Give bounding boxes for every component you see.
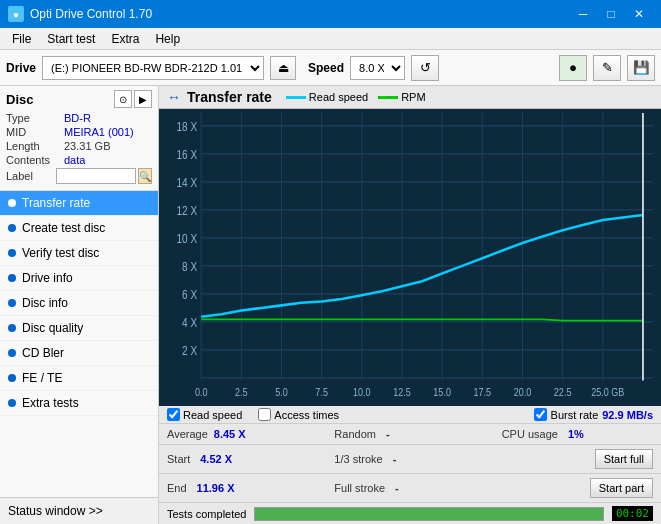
disc-icon-button[interactable]: ● <box>559 55 587 81</box>
svg-text:2 X: 2 X <box>182 344 197 357</box>
stat-cpu: CPU usage 1% <box>494 426 661 442</box>
toolbar: Drive (E:) PIONEER BD-RW BDR-212D 1.01 ⏏… <box>0 50 661 86</box>
disc-title: Disc <box>6 92 33 107</box>
start-full-button[interactable]: Start full <box>595 449 653 469</box>
svg-text:0.0: 0.0 <box>195 386 208 398</box>
menu-extra[interactable]: Extra <box>103 30 147 48</box>
disc-icon-btn-2[interactable]: ▶ <box>134 90 152 108</box>
nav-dot-extra-tests <box>8 399 16 407</box>
menu-file[interactable]: File <box>4 30 39 48</box>
disc-label-btn[interactable]: 🔍 <box>138 168 152 184</box>
svg-text:6 X: 6 X <box>182 288 197 301</box>
disc-length-row: Length 23.31 GB <box>6 140 152 152</box>
disc-contents-label: Contents <box>6 154 64 166</box>
stat-13-stroke: 1/3 stroke - <box>326 447 493 471</box>
stat-full-stroke: Full stroke - <box>326 476 493 500</box>
legend-label-read-speed: Read speed <box>309 91 368 103</box>
svg-text:12.5: 12.5 <box>393 386 411 398</box>
svg-text:14 X: 14 X <box>177 176 198 189</box>
svg-rect-0 <box>161 113 653 406</box>
stats-section: Read speed Access times Burst rate 92.9 … <box>159 406 661 502</box>
speed-selector[interactable]: 8.0 X Max 4.0 X <box>350 56 405 80</box>
svg-text:8 X: 8 X <box>182 260 197 273</box>
nav-dot-disc-quality <box>8 324 16 332</box>
checkbox-read-speed-input[interactable] <box>167 408 180 421</box>
disc-section: Disc ⊙ ▶ Type BD-R MID MEIRA1 (001) Leng… <box>0 86 158 191</box>
refresh-button[interactable]: ↺ <box>411 55 439 81</box>
disc-mid-label: MID <box>6 126 64 138</box>
checkbox-access-times-input[interactable] <box>258 408 271 421</box>
status-text: Tests completed <box>167 508 246 520</box>
nav-label-drive-info: Drive info <box>22 271 73 285</box>
svg-text:18 X: 18 X <box>177 120 198 133</box>
main-content: Disc ⊙ ▶ Type BD-R MID MEIRA1 (001) Leng… <box>0 86 661 524</box>
progress-bar-container: Tests completed 00:02 <box>159 502 661 524</box>
maximize-button[interactable]: □ <box>597 4 625 24</box>
checkbox-access-times-label: Access times <box>274 409 339 421</box>
status-window-label: Status window >> <box>8 504 103 518</box>
svg-text:20.0: 20.0 <box>514 386 532 398</box>
drive-label: Drive <box>6 61 36 75</box>
window-controls: ─ □ ✕ <box>569 4 653 24</box>
svg-text:12 X: 12 X <box>177 204 198 217</box>
drive-selector[interactable]: (E:) PIONEER BD-RW BDR-212D 1.01 <box>42 56 264 80</box>
svg-text:15.0: 15.0 <box>433 386 451 398</box>
legend-rpm: RPM <box>378 91 425 103</box>
menu-help[interactable]: Help <box>147 30 188 48</box>
nav-extra-tests[interactable]: Extra tests <box>0 391 158 416</box>
start-part-button[interactable]: Start part <box>590 478 653 498</box>
nav-disc-info[interactable]: Disc info <box>0 291 158 316</box>
nav-drive-info[interactable]: Drive info <box>0 266 158 291</box>
chart-area: 18 X 16 X 14 X 12 X 10 X 8 X 6 X 4 X 2 X… <box>159 109 661 406</box>
stat-start-part: Start part <box>494 476 661 500</box>
save-button[interactable]: 💾 <box>627 55 655 81</box>
svg-text:22.5: 22.5 <box>554 386 572 398</box>
disc-type-label: Type <box>6 112 64 124</box>
disc-length-label: Length <box>6 140 64 152</box>
nav-items: Transfer rate Create test disc Verify te… <box>0 191 158 497</box>
checkbox-access-times[interactable]: Access times <box>258 408 339 421</box>
chart-legend: Read speed RPM <box>286 91 426 103</box>
nav-dot-drive-info <box>8 274 16 282</box>
nav-label-extra-tests: Extra tests <box>22 396 79 410</box>
disc-mid-row: MID MEIRA1 (001) <box>6 126 152 138</box>
menu-bar: File Start test Extra Help <box>0 28 661 50</box>
nav-create-test-disc[interactable]: Create test disc <box>0 216 158 241</box>
nav-cd-bler[interactable]: CD Bler <box>0 341 158 366</box>
nav-verify-test-disc[interactable]: Verify test disc <box>0 241 158 266</box>
chart-header: ↔ Transfer rate Read speed RPM <box>159 86 661 109</box>
checkbox-read-speed-label: Read speed <box>183 409 242 421</box>
nav-dot-create-test-disc <box>8 224 16 232</box>
stat-start-full: Start full <box>494 447 661 471</box>
legend-label-rpm: RPM <box>401 91 425 103</box>
chart-svg: 18 X 16 X 14 X 12 X 10 X 8 X 6 X 4 X 2 X… <box>161 113 653 406</box>
edit-button[interactable]: ✎ <box>593 55 621 81</box>
checkbox-burst-rate-input[interactable] <box>534 408 547 421</box>
progress-bar-outer <box>254 507 603 521</box>
nav-transfer-rate[interactable]: Transfer rate <box>0 191 158 216</box>
stats-row-2: Start 4.52 X 1/3 stroke - Start full <box>159 445 661 474</box>
left-panel: Disc ⊙ ▶ Type BD-R MID MEIRA1 (001) Leng… <box>0 86 159 524</box>
eject-button[interactable]: ⏏ <box>270 56 296 80</box>
disc-type-value: BD-R <box>64 112 91 124</box>
nav-dot-fe-te <box>8 374 16 382</box>
disc-icon-btn-1[interactable]: ⊙ <box>114 90 132 108</box>
nav-disc-quality[interactable]: Disc quality <box>0 316 158 341</box>
nav-dot-verify-test-disc <box>8 249 16 257</box>
svg-text:4 X: 4 X <box>182 316 197 329</box>
close-button[interactable]: ✕ <box>625 4 653 24</box>
legend-color-rpm <box>378 96 398 99</box>
nav-label-fe-te: FE / TE <box>22 371 62 385</box>
disc-contents-row: Contents data <box>6 154 152 166</box>
nav-label-transfer-rate: Transfer rate <box>22 196 90 210</box>
disc-label-input[interactable] <box>56 168 136 184</box>
disc-label-label: Label <box>6 170 56 182</box>
disc-label-row: Label 🔍 <box>6 168 152 184</box>
status-window-button[interactable]: Status window >> <box>0 497 158 524</box>
disc-contents-value: data <box>64 154 85 166</box>
stats-row-3: End 11.96 X Full stroke - Start part <box>159 474 661 502</box>
minimize-button[interactable]: ─ <box>569 4 597 24</box>
nav-fe-te[interactable]: FE / TE <box>0 366 158 391</box>
checkbox-read-speed[interactable]: Read speed <box>167 408 242 421</box>
menu-start-test[interactable]: Start test <box>39 30 103 48</box>
